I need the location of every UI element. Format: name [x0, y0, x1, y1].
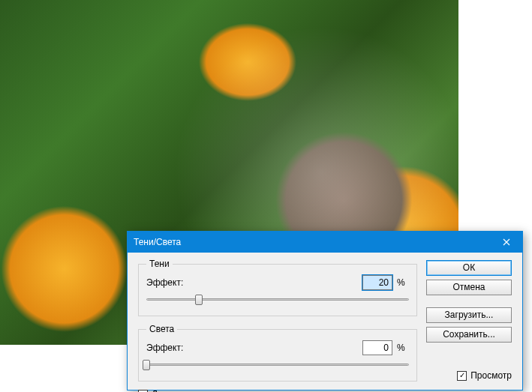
highlights-effect-row: Эффект: %	[146, 340, 409, 355]
controls-column: Тени Эффект: % Света Эффект:	[138, 259, 417, 392]
shadows-highlights-dialog: Тени/Света Тени Эффект: %	[127, 231, 523, 391]
slider-thumb[interactable]	[195, 295, 203, 305]
preview-label: Просмотр	[470, 370, 512, 381]
titlebar[interactable]: Тени/Света	[128, 232, 522, 253]
preview-checkbox[interactable]	[457, 371, 467, 381]
slider-track	[146, 364, 409, 366]
highlights-slider[interactable]	[146, 360, 409, 370]
load-button[interactable]: Загрузить...	[426, 307, 512, 323]
highlights-group: Света Эффект: %	[138, 324, 417, 382]
dialog-body: Тени Эффект: % Света Эффект:	[128, 253, 522, 390]
shadows-effect-label: Эффект:	[146, 277, 191, 288]
close-button[interactable]	[491, 232, 522, 253]
shadows-group: Тени Эффект: %	[138, 259, 417, 316]
shadows-slider[interactable]	[146, 295, 409, 305]
save-button[interactable]: Сохранить...	[426, 327, 512, 343]
buttons-column: ОК Отмена Загрузить... Сохранить...	[426, 260, 512, 343]
extra-params-checkbox[interactable]	[138, 390, 148, 393]
slider-track	[146, 298, 409, 301]
cancel-button[interactable]: Отмена	[426, 280, 512, 295]
percent-label: %	[397, 343, 409, 353]
slider-thumb[interactable]	[143, 360, 150, 370]
extra-params-row[interactable]: Дополнительные параметры	[138, 389, 417, 392]
percent-label: %	[397, 277, 409, 288]
shadows-effect-input[interactable]	[362, 275, 392, 290]
shadows-legend: Тени	[146, 259, 173, 269]
close-icon	[503, 238, 510, 246]
shadows-effect-row: Эффект: %	[146, 275, 409, 290]
dialog-title: Тени/Света	[134, 237, 181, 247]
highlights-effect-input[interactable]	[362, 340, 392, 355]
ok-button[interactable]: ОК	[426, 260, 512, 276]
highlights-legend: Света	[146, 324, 177, 334]
preview-row[interactable]: Просмотр	[457, 370, 512, 381]
highlights-effect-label: Эффект:	[146, 343, 191, 353]
extra-params-label: Дополнительные параметры	[152, 389, 272, 392]
